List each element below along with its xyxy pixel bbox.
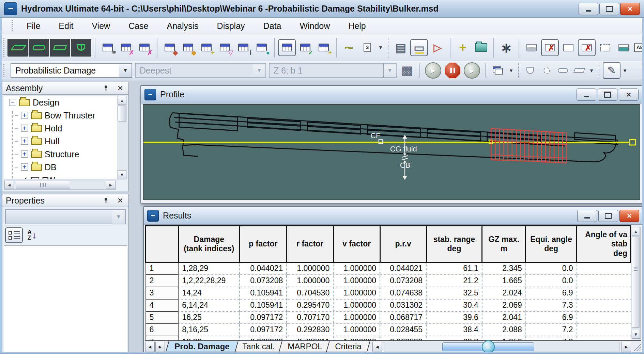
fluid-definition-button[interactable]: ◆: [161, 39, 179, 56]
sounding-button[interactable]: ◆: [179, 39, 197, 56]
compartment-button[interactable]: ▽: [216, 39, 234, 56]
ship-display-caret[interactable]: ▾: [588, 62, 595, 79]
section-display-button[interactable]: [539, 62, 554, 79]
delete-tank-button[interactable]: ✗: [117, 39, 135, 56]
plan-view-button[interactable]: [29, 39, 49, 57]
outline-none-button[interactable]: ✗: [578, 39, 596, 56]
results-vscrollbar[interactable]: ▲ ▼: [631, 227, 641, 339]
menu-view[interactable]: View: [82, 18, 119, 34]
expander-plus-icon[interactable]: +: [21, 150, 28, 158]
sketch-caret[interactable]: ▾: [621, 62, 629, 79]
body-plan-view-button[interactable]: [71, 39, 91, 57]
selection-box-button[interactable]: [596, 39, 614, 56]
assembly-vscroll-thumb[interactable]: [118, 106, 126, 122]
analysis-type-combo[interactable]: Probabilistic Damage▼: [11, 63, 132, 78]
loadcase-combo[interactable]: Deepest▼: [135, 63, 266, 78]
chevron-down-icon[interactable]: ▼: [112, 210, 125, 224]
menu-edit[interactable]: Edit: [49, 18, 82, 34]
pin-icon[interactable]: [101, 196, 111, 205]
results-table[interactable]: Damage(tank indices)p factorr factorv fa…: [145, 225, 631, 340]
add-point-button[interactable]: +: [454, 39, 472, 56]
tab-criteria[interactable]: Criteria: [326, 341, 371, 352]
chevron-down-icon[interactable]: ▼: [383, 64, 396, 77]
scroll-left-icon[interactable]: ◄: [4, 181, 14, 189]
results-restore-button[interactable]: [598, 210, 618, 222]
delete-all-tanks-button[interactable]: ✗: [136, 39, 153, 56]
profile-view-button[interactable]: [50, 39, 70, 57]
menu-window[interactable]: Window: [290, 18, 339, 34]
expander-plus-icon[interactable]: +: [21, 125, 28, 132]
tank-properties-button[interactable]: ≡: [99, 39, 117, 56]
expander-minus-icon[interactable]: −: [9, 99, 16, 106]
margin-line-button[interactable]: ●: [253, 39, 271, 56]
table-row[interactable]: 516,250.0971720.7071701.0000000.06871739…: [146, 311, 631, 324]
tree-item-hull[interactable]: +Hull: [4, 135, 117, 148]
scroll-knob[interactable]: II: [482, 340, 495, 353]
window-arrange-button[interactable]: [489, 62, 507, 79]
profile-titlebar[interactable]: ~ Profile ×: [141, 86, 642, 103]
flooding-display-button[interactable]: ▷: [429, 39, 446, 56]
tree-item-bow-thruster[interactable]: +Bow Thruster: [4, 109, 117, 122]
tab-scroll-last-button[interactable]: ►: [155, 342, 165, 352]
open-mesh-button[interactable]: [472, 39, 490, 56]
scroll-down-icon[interactable]: ▼: [118, 170, 126, 179]
results-vscroll-thumb[interactable]: [632, 237, 640, 328]
body-display-button[interactable]: [522, 62, 538, 79]
sounding-pipe-button[interactable]: I: [234, 39, 252, 56]
minimize-button[interactable]: [579, 3, 598, 15]
assembly-hscrollbar[interactable]: ◄ ►: [4, 180, 116, 190]
profile-close-button[interactable]: ×: [619, 88, 639, 101]
tree-item-structure[interactable]: +Structure: [4, 148, 117, 161]
toolbar-drag-handle[interactable]: [3, 38, 4, 57]
close-button[interactable]: ×: [620, 3, 640, 15]
menu-analysis[interactable]: Analysis: [158, 18, 208, 34]
table-row[interactable]: 21,2,22,28,290.0732081.0000001.0000000.0…: [146, 275, 631, 287]
hscroll-left-button[interactable]: ◄: [372, 342, 382, 352]
pin-icon[interactable]: [101, 84, 111, 93]
expander-plus-icon[interactable]: +: [21, 163, 28, 171]
wave-curve-button[interactable]: ~: [340, 39, 358, 56]
assembly-close-icon[interactable]: ×: [116, 84, 125, 93]
weight-distribution-button[interactable]: ∗: [497, 39, 515, 56]
tab-prob-damage[interactable]: Prob. Damage: [165, 341, 239, 352]
chevron-down-icon[interactable]: ▼: [253, 64, 265, 77]
perspective-view-button[interactable]: [7, 39, 28, 57]
sketch-button[interactable]: ✎: [603, 62, 620, 79]
menu-case[interactable]: Case: [119, 18, 157, 34]
properties-close-icon[interactable]: ×: [116, 196, 125, 205]
table-row[interactable]: 718,260.0989220.7066111.0000000.06989928…: [146, 336, 631, 341]
menu-display[interactable]: Display: [208, 18, 254, 34]
tree-item-db[interactable]: +DB: [4, 161, 117, 174]
menu-data[interactable]: Data: [254, 18, 291, 34]
profile-display-button[interactable]: [571, 62, 587, 79]
categorized-view-button[interactable]: [5, 227, 23, 243]
check-loadcase-button[interactable]: ✓: [296, 39, 314, 56]
scroll-up-icon[interactable]: ▲: [118, 96, 126, 105]
start-analysis-button[interactable]: ▶: [425, 62, 441, 79]
menu-help[interactable]: Help: [339, 18, 375, 34]
chevron-down-icon[interactable]: ▼: [119, 64, 132, 77]
table-row[interactable]: 46,14,240.1059410.2954701.0000000.031302…: [146, 299, 631, 311]
analysis-toolbar-drag-handle[interactable]: [3, 64, 6, 77]
resize-grip[interactable]: [632, 342, 641, 351]
tab-tank-cal[interactable]: Tank cal.: [233, 341, 284, 352]
profile-canvas-area[interactable]: CF CG fluid CB: [143, 104, 640, 200]
alphabetical-sort-button[interactable]: AZ ↓: [28, 229, 37, 241]
window-arrange-caret[interactable]: ▾: [507, 62, 515, 79]
table-row[interactable]: 314,240.1059410.7045301.0000000.07463832…: [146, 287, 631, 299]
sections-display-button[interactable]: ▤: [392, 39, 410, 56]
damage-case-combo[interactable]: Z 6; b 1▼: [269, 63, 397, 78]
toolbar-caret-1[interactable]: ▾: [377, 39, 384, 56]
hscroll-right-button[interactable]: ►: [622, 342, 631, 352]
tab-scroll-first-button[interactable]: ◄: [145, 342, 155, 352]
fill-solid-button[interactable]: [523, 39, 540, 56]
plan-display-button[interactable]: [555, 62, 571, 79]
tree-item-design[interactable]: −Design: [4, 96, 117, 109]
results-minimize-button[interactable]: [577, 210, 597, 222]
tree-item-hold[interactable]: +Hold: [4, 122, 117, 135]
results-titlebar[interactable]: ~ Results ×: [144, 207, 643, 225]
fill-teal-button[interactable]: [615, 39, 632, 56]
fill-none-button[interactable]: ✗: [541, 39, 559, 56]
checkmark-icon[interactable]: ✓: [21, 176, 28, 179]
scroll-right-icon[interactable]: ►: [106, 181, 116, 189]
